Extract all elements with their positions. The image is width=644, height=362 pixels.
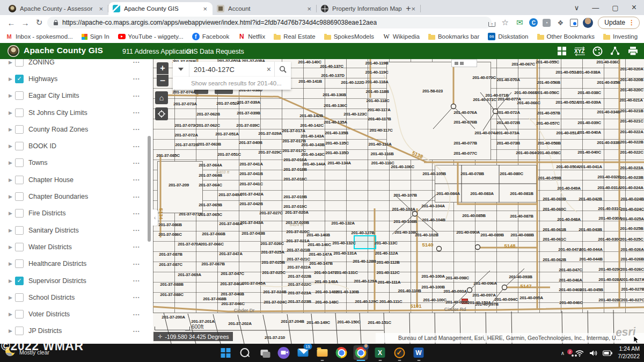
battery-icon[interactable] [603, 350, 612, 356]
layer-row[interactable]: ▶Voter Districts••• [0, 306, 153, 322]
parcel-search-widget[interactable]: × [173, 62, 291, 77]
layer-row[interactable]: ▶School Districts••• [0, 289, 153, 306]
window-menu-icon[interactable]: ∨ [574, 4, 580, 12]
layer-options-icon[interactable]: ••• [133, 60, 140, 64]
bookmark-item[interactable]: Facebook [192, 33, 230, 40]
bookmark-item[interactable]: Netflix [238, 33, 265, 40]
mail-icon[interactable] [515, 18, 524, 27]
layer-options-icon[interactable]: ••• [133, 144, 140, 149]
map-canvas[interactable]: 201-37-076B201-37-053A201-37-038A201-40-… [153, 59, 644, 344]
update-button[interactable]: Update ⋮ [598, 17, 640, 29]
zoom-out-button[interactable]: − [157, 75, 169, 86]
chrome-taskbar-icon[interactable] [334, 345, 349, 360]
chevron-right-icon[interactable]: ▶ [9, 177, 15, 183]
chevron-right-icon[interactable]: ▶ [9, 127, 15, 132]
bookmark-item[interactable]: Diskstation [488, 33, 528, 40]
layer-row[interactable]: ▶St Johns City Limits••• [0, 104, 153, 121]
menu-911-address-application[interactable]: 911 Address Application [122, 48, 194, 55]
explorer-taskbar-icon[interactable] [315, 345, 330, 360]
layer-options-icon[interactable]: ••• [133, 194, 140, 199]
profile-avatar[interactable] [583, 18, 593, 28]
layer-checkbox[interactable] [15, 226, 24, 235]
chevron-right-icon[interactable]: ▶ [9, 228, 15, 233]
layer-row[interactable]: ▶✓Highways••• [0, 70, 153, 87]
close-icon[interactable]: × [632, 3, 636, 12]
selected-parcel-highlight[interactable] [354, 235, 376, 249]
bookmark-item[interactable]: Investing [603, 33, 638, 40]
bookmark-item[interactable]: SpokesModels [324, 33, 374, 40]
layer-row[interactable]: ▶ZONING••• [0, 59, 153, 70]
layer-checkbox[interactable]: ✓ [15, 277, 24, 285]
layer-checkbox[interactable] [15, 176, 24, 184]
layer-options-icon[interactable]: ••• [133, 76, 140, 81]
chevron-right-icon[interactable]: ▶ [9, 211, 15, 216]
excel-taskbar-icon[interactable]: X [373, 345, 387, 360]
bookmark-item[interactable]: Inbox - spokesmod... [5, 33, 73, 40]
start-taskbar-icon[interactable] [218, 345, 233, 360]
chevron-right-icon[interactable]: ▶ [9, 244, 15, 250]
layer-checkbox[interactable] [15, 293, 24, 302]
layer-row[interactable]: ▶Sanitary Districts••• [0, 222, 153, 238]
chevron-right-icon[interactable]: ▶ [9, 110, 15, 115]
layer-row[interactable]: ▶BOOK ID••• [0, 137, 153, 154]
minimize-icon[interactable]: — [592, 4, 599, 12]
mail-taskbar-icon[interactable]: 15 [296, 345, 310, 360]
tab-close-icon[interactable]: × [202, 5, 208, 13]
todo-taskbar-icon[interactable]: ✓ [392, 345, 407, 360]
sharebox-icon[interactable] [488, 22, 495, 27]
layer-options-icon[interactable]: ••• [133, 211, 140, 216]
search-source-dropdown[interactable] [173, 62, 189, 77]
meet-taskbar-icon[interactable] [276, 345, 291, 360]
home-extent-button[interactable]: ⌂ [155, 91, 168, 104]
layer-checkbox[interactable] [15, 259, 24, 268]
layer-checkbox[interactable] [15, 243, 24, 251]
layer-options-icon[interactable]: ••• [133, 228, 140, 233]
layer-options-icon[interactable]: ••• [133, 161, 140, 165]
zoom-in-button[interactable]: + [157, 62, 169, 74]
layer-checkbox[interactable] [15, 142, 24, 150]
new-tab-button[interactable]: + [401, 2, 415, 15]
layer-options-icon[interactable]: ••• [133, 177, 140, 182]
bookmark-item[interactable]: Other Bookmarks [537, 33, 595, 40]
browser-tab[interactable]: Account× [213, 2, 317, 15]
layer-checkbox[interactable] [15, 59, 24, 67]
clock-widget[interactable]: 1:24 AM 7/2/2022 [618, 345, 640, 360]
url-text[interactable]: https://apache-co.maps.arcgis.com/apps/w… [62, 19, 377, 26]
layer-options-icon[interactable]: ••• [133, 244, 140, 249]
forward-button[interactable]: → [19, 17, 31, 28]
share-icon[interactable] [609, 45, 621, 57]
bookmark-item[interactable]: Bookmarks bar [428, 33, 479, 40]
layer-row[interactable]: ▶Chapter House••• [0, 171, 153, 188]
search-taskbar-icon[interactable] [238, 345, 252, 360]
chevron-right-icon[interactable]: ▶ [9, 93, 15, 98]
chevron-right-icon[interactable]: ▶ [9, 60, 15, 65]
basemap-palette-icon[interactable] [591, 45, 603, 57]
panel-icon[interactable] [570, 19, 578, 27]
search-input[interactable] [189, 66, 264, 74]
bookmark-item[interactable]: Real Estate [274, 33, 315, 40]
xyz-coordinates-icon[interactable]: XYZ [574, 45, 586, 57]
layer-row[interactable]: ▶County Road Zones••• [0, 121, 153, 137]
menu-gis-data-requests[interactable]: GIS Data Requests [186, 48, 244, 55]
wifi-icon[interactable] [575, 350, 584, 357]
clear-search-icon[interactable]: × [264, 65, 274, 74]
layer-checkbox[interactable] [15, 158, 24, 167]
layer-checkbox[interactable] [15, 125, 24, 134]
layer-checkbox[interactable] [15, 91, 24, 100]
chevron-right-icon[interactable]: ▶ [9, 328, 15, 334]
layer-options-icon[interactable]: ••• [133, 295, 140, 300]
back-button[interactable]: ← [5, 17, 17, 28]
layer-row[interactable]: ▶Water Districts••• [0, 238, 153, 255]
browser-menu-icon[interactable]: ⋮ [628, 19, 635, 26]
chevron-right-icon[interactable]: ▶ [9, 143, 15, 149]
layer-checkbox[interactable] [15, 327, 24, 335]
puzzle-icon[interactable] [555, 18, 565, 27]
layer-checkbox[interactable] [15, 192, 24, 201]
bookmark-item[interactable]: Sign In [82, 33, 109, 40]
browser-tab[interactable]: Apache County - Assessor× [4, 2, 108, 15]
layer-options-icon[interactable]: ••• [133, 312, 140, 317]
address-bar[interactable]: https://apache-co.maps.arcgis.com/apps/w… [47, 17, 492, 28]
chevron-right-icon[interactable]: ▶ [9, 295, 15, 300]
layer-options-icon[interactable]: ••• [133, 278, 140, 283]
layer-options-icon[interactable]: ••• [133, 127, 140, 132]
